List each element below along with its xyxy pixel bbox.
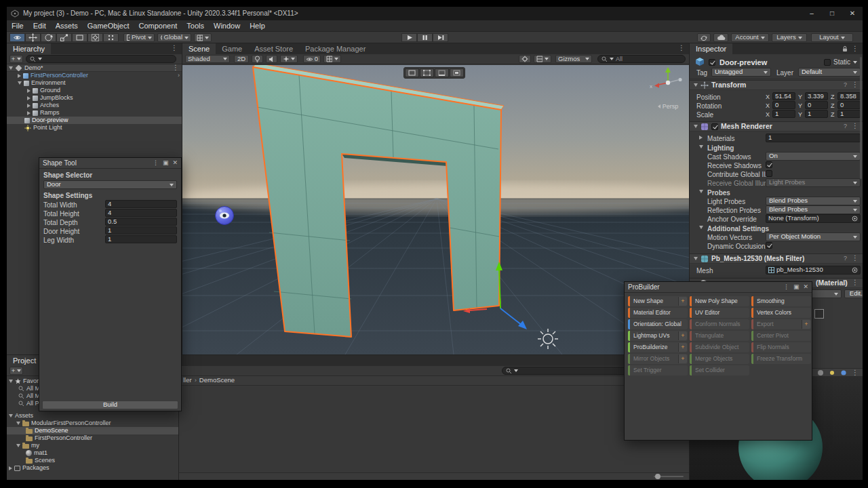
custom-tool-button[interactable] — [103, 33, 119, 42]
additional-settings-fold-icon[interactable] — [699, 226, 703, 229]
pb-lightmap-uvs-button[interactable]: Lightmap UVs+ — [628, 331, 688, 341]
fold-open-icon[interactable] — [694, 83, 698, 87]
window-menu-icon[interactable]: ⋮ — [153, 160, 159, 166]
layer-dropdown[interactable]: Default — [798, 68, 861, 77]
account-dropdown[interactable]: Account — [731, 33, 769, 42]
pb-uv-editor-button[interactable]: UV Editor — [690, 308, 749, 318]
play-button[interactable] — [401, 33, 417, 42]
mesh-object-field[interactable]: pb_Mesh-12530 — [766, 266, 861, 274]
help-icon[interactable]: ? — [844, 123, 847, 129]
scene-lighting-toggle[interactable] — [252, 55, 263, 63]
materials-count-field[interactable]: 1 — [766, 134, 861, 142]
tab-scene[interactable]: Scene — [182, 43, 216, 54]
hierarchy-add-button[interactable]: + — [9, 55, 23, 63]
shader-edit-button[interactable]: Edit... — [844, 289, 863, 298]
mode-vertex-button[interactable] — [420, 68, 434, 77]
object-name[interactable]: Door-preview — [719, 58, 767, 67]
tab-asset-store[interactable]: Asset Store — [248, 43, 299, 54]
menu-file[interactable]: File — [7, 20, 28, 31]
pivot-toggle-button[interactable]: Pivot — [123, 33, 155, 42]
packages-row[interactable]: Packages — [7, 464, 178, 472]
probuilder-titlebar[interactable]: ProBuilder ⋮ ▣ ✕ — [625, 282, 812, 293]
shape-tool-titlebar[interactable]: Shape Tool ⋮ ▣ ✕ — [39, 158, 181, 169]
fold-closed-icon[interactable] — [9, 466, 12, 470]
hierarchy-search-input[interactable] — [26, 55, 176, 63]
hierarchy-row-jumpblocks[interactable]: JumpBlocks — [7, 94, 182, 102]
tab-package-manager[interactable]: Package Manager — [299, 43, 372, 54]
total-height-field[interactable]: 4 — [105, 209, 177, 217]
fold-open-icon[interactable] — [18, 81, 22, 85]
breadcrumb-current[interactable]: DemoScene — [199, 377, 235, 384]
scale-x-field[interactable]: 1 — [772, 110, 795, 118]
preview-sphere-icon[interactable] — [817, 369, 824, 376]
rotation-y-field[interactable]: 0 — [805, 101, 828, 109]
cloud-button[interactable] — [713, 33, 728, 42]
mesh-filter-header[interactable]: Pb_Mesh-12530 (Mesh Filter) ?⋮ — [690, 253, 863, 264]
pb-vertex-colors-button[interactable]: Vertex Colors — [751, 308, 811, 318]
fold-open-icon[interactable] — [9, 414, 13, 418]
active-checkbox[interactable] — [709, 59, 715, 66]
object-picker-icon[interactable] — [852, 267, 858, 273]
scene-effects-dropdown[interactable] — [280, 55, 298, 63]
mode-face-button[interactable] — [450, 68, 464, 77]
lighting-fold-icon[interactable] — [699, 145, 703, 148]
fold-closed-icon[interactable] — [27, 104, 31, 108]
draw-mode-dropdown[interactable]: Shaded — [185, 55, 230, 63]
hierarchy-row-firstpersoncontroller[interactable]: FirstPersonController› — [7, 72, 182, 79]
window-close-icon[interactable]: ✕ — [172, 160, 178, 166]
position-x-field[interactable]: 51.54 — [772, 92, 795, 100]
door-height-field[interactable]: 1 — [105, 226, 177, 235]
mode-object-button[interactable] — [405, 68, 419, 77]
2d-toggle-button[interactable]: 2D — [234, 55, 249, 63]
pb-orientation-button[interactable]: Orientation: Global — [628, 319, 688, 329]
maximize-button[interactable]: □ — [822, 7, 842, 20]
pb-material-editor-button[interactable]: Material Editor — [628, 308, 688, 318]
help-icon[interactable]: ? — [844, 255, 847, 262]
layout-dropdown[interactable]: Layout — [811, 33, 853, 42]
mesh-renderer-header[interactable]: Mesh Renderer ?⋮ — [690, 121, 863, 131]
component-menu-icon[interactable]: ⋮ — [852, 255, 859, 262]
anchor-override-field[interactable]: None (Transform) — [766, 214, 861, 223]
minimize-button[interactable]: – — [802, 7, 822, 20]
position-y-field[interactable]: 3.339 — [805, 92, 828, 100]
fold-closed-icon[interactable] — [27, 89, 31, 93]
mesh-renderer-enabled-checkbox[interactable] — [711, 123, 718, 130]
reflection-probes-dropdown[interactable]: Blend Probes — [766, 205, 861, 214]
static-checkbox[interactable] — [824, 59, 831, 66]
menu-gameobject[interactable]: GameObject — [83, 20, 134, 31]
window-close-icon[interactable]: ✕ — [803, 284, 808, 290]
dynamic-occlusion-checkbox[interactable] — [766, 242, 772, 249]
hierarchy-row-door-preview[interactable]: Door-preview — [7, 117, 182, 124]
close-button[interactable]: ✕ — [842, 7, 863, 20]
hierarchy-row-arches[interactable]: Arches — [7, 102, 182, 109]
scene-viewport-svg[interactable] — [182, 65, 689, 354]
cast-shadows-dropdown[interactable]: On — [766, 152, 861, 161]
hierarchy-row-environment[interactable]: Environment — [7, 79, 182, 87]
options-plus-button[interactable]: + — [678, 331, 687, 340]
thumbnail-zoom-slider[interactable] — [654, 476, 684, 477]
collab-button[interactable] — [697, 33, 711, 42]
transform-header[interactable]: Transform ?⋮ — [690, 80, 863, 90]
assets-root-row[interactable]: Assets — [7, 412, 178, 420]
tag-dropdown[interactable]: Untagged — [711, 68, 771, 77]
folder-row-demoscene[interactable]: DemoScene — [7, 427, 178, 434]
help-icon[interactable]: ? — [844, 81, 847, 88]
global-toggle-button[interactable]: Global — [157, 33, 191, 42]
scene-search-input[interactable]: All — [597, 55, 686, 63]
perspective-label[interactable]: Persp — [649, 103, 687, 110]
options-plus-button[interactable]: + — [802, 320, 810, 329]
scale-y-field[interactable]: 1 — [805, 110, 828, 118]
probes-fold-icon[interactable] — [699, 190, 703, 193]
receive-shadows-checkbox[interactable] — [766, 161, 772, 168]
tab-hierarchy[interactable]: Hierarchy — [7, 43, 51, 54]
tab-project[interactable]: Project — [7, 355, 42, 366]
preview-light-icon[interactable] — [829, 369, 835, 376]
preview-env-icon[interactable] — [840, 369, 847, 376]
hierarchy-row-ramps[interactable]: Ramps — [7, 109, 182, 117]
total-depth-field[interactable]: 0.5 — [105, 218, 177, 226]
scene-visibility-toggle[interactable]: 0 — [303, 55, 321, 63]
menu-window[interactable]: Window — [209, 20, 245, 31]
rotation-z-field[interactable]: 0 — [837, 101, 861, 109]
position-z-field[interactable]: 8.358 — [837, 92, 861, 100]
camera-settings-dropdown[interactable] — [534, 55, 551, 63]
